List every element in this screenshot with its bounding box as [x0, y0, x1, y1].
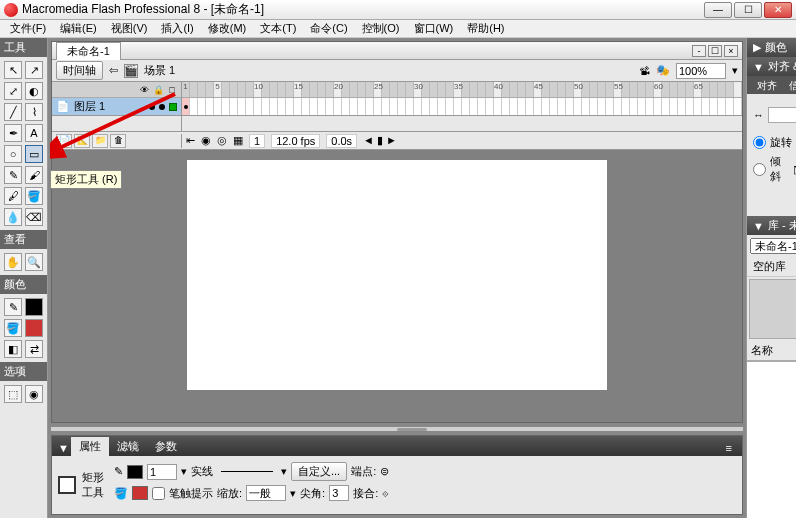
menu-help[interactable]: 帮助(H): [461, 20, 510, 37]
scale-dropdown-icon[interactable]: ▾: [290, 487, 296, 500]
style-dropdown-icon[interactable]: ▾: [281, 465, 287, 478]
skew-radio[interactable]: [753, 163, 766, 176]
miter-input[interactable]: [329, 485, 349, 501]
layer-row[interactable]: 📄 图层 1: [52, 98, 181, 116]
round-rect-option[interactable]: ◉: [25, 385, 43, 403]
text-tool[interactable]: A: [25, 124, 43, 142]
fill-color[interactable]: 🪣: [4, 319, 22, 337]
back-button[interactable]: ⇦: [109, 64, 118, 77]
menu-commands[interactable]: 命令(C): [304, 20, 353, 37]
props-menu-icon[interactable]: ≡: [720, 440, 738, 456]
new-layer-button[interactable]: 📄: [56, 134, 72, 148]
lock-icon[interactable]: 🔒: [153, 85, 163, 95]
custom-button[interactable]: 自定义...: [291, 462, 347, 481]
panel-collapse-icon[interactable]: ▼: [56, 440, 71, 456]
zoom-tool[interactable]: 🔍: [25, 253, 43, 271]
fill-swatch[interactable]: [25, 319, 43, 337]
collapse-icon[interactable]: ▼: [753, 220, 764, 232]
stage[interactable]: [187, 160, 607, 390]
pen-tool[interactable]: ✒: [4, 124, 22, 142]
edit-scene-icon[interactable]: 📽: [639, 65, 650, 77]
eyedropper-tool[interactable]: 💧: [4, 208, 22, 226]
rectangle-tool[interactable]: ▭: [25, 145, 43, 163]
menu-insert[interactable]: 插入(I): [155, 20, 199, 37]
onion-outline-icon[interactable]: ◎: [217, 134, 227, 147]
rotate-radio[interactable]: [753, 136, 766, 149]
brush-tool[interactable]: 🖌: [25, 166, 43, 184]
menu-edit[interactable]: 编辑(E): [54, 20, 103, 37]
free-transform-tool[interactable]: ⤢: [4, 82, 22, 100]
timeline-scroll[interactable]: ◄ ▮ ►: [363, 134, 397, 147]
close-button[interactable]: ✕: [764, 2, 792, 18]
doc-minimize[interactable]: -: [692, 45, 706, 57]
snap-option[interactable]: ⬚: [4, 385, 22, 403]
lasso-tool[interactable]: ⌇: [25, 103, 43, 121]
center-frame-icon[interactable]: ⇤: [186, 134, 195, 147]
stroke-color[interactable]: ✎: [4, 298, 22, 316]
pencil-tool[interactable]: ✎: [4, 166, 22, 184]
cap-icon[interactable]: ⊜: [380, 465, 389, 478]
properties-tab[interactable]: 属性: [71, 437, 109, 456]
pen-hint-checkbox[interactable]: [152, 487, 165, 500]
ink-bottle-tool[interactable]: 🖋: [4, 187, 22, 205]
frame-ruler[interactable]: 15101520253035404550556065: [182, 82, 742, 98]
line-tool[interactable]: ╱: [4, 103, 22, 121]
menu-window[interactable]: 窗口(W): [408, 20, 460, 37]
filters-tab[interactable]: 滤镜: [109, 437, 147, 456]
collapse-icon[interactable]: ▼: [753, 61, 764, 73]
layer-lock-dot[interactable]: [159, 104, 165, 110]
onion-skin-icon[interactable]: ◉: [201, 134, 211, 147]
edit-symbol-icon[interactable]: 🎭: [656, 64, 670, 77]
oval-tool[interactable]: ○: [4, 145, 22, 163]
align-tab[interactable]: 对齐: [751, 78, 783, 94]
doc-restore[interactable]: ☐: [708, 45, 722, 57]
paint-bucket-tool[interactable]: 🪣: [25, 187, 43, 205]
stroke-swatch-prop[interactable]: [127, 465, 143, 479]
menu-text[interactable]: 文本(T): [254, 20, 302, 37]
timeline-button[interactable]: 时间轴: [56, 61, 103, 80]
eye-icon[interactable]: 👁: [139, 85, 149, 95]
zoom-dropdown-icon[interactable]: ▾: [732, 64, 738, 77]
stroke-dropdown-icon[interactable]: ▾: [181, 465, 187, 478]
stroke-width-input[interactable]: [147, 464, 177, 480]
info-tab[interactable]: 信息: [783, 78, 796, 94]
frames-track[interactable]: [182, 98, 742, 116]
collapse-icon[interactable]: ▶: [753, 41, 761, 54]
minimize-button[interactable]: —: [704, 2, 732, 18]
menu-modify[interactable]: 修改(M): [202, 20, 253, 37]
hand-tool[interactable]: ✋: [4, 253, 22, 271]
bw-button[interactable]: ◧: [4, 340, 22, 358]
delete-layer-button[interactable]: 🗑: [110, 134, 126, 148]
params-tab[interactable]: 参数: [147, 437, 185, 456]
doc-close[interactable]: ×: [724, 45, 738, 57]
maximize-button[interactable]: ☐: [734, 2, 762, 18]
menu-view[interactable]: 视图(V): [105, 20, 154, 37]
transform-body: ↔ ↕ 约束 旋转 ⟳ 倾斜 ⬔ ⬕ ⎘ ↺: [747, 94, 796, 216]
subselection-tool[interactable]: ↗: [25, 61, 43, 79]
scale-input[interactable]: [246, 485, 286, 501]
join-icon[interactable]: ⟐: [382, 487, 389, 499]
layer-visible-dot[interactable]: [149, 104, 155, 110]
outline-icon[interactable]: □: [167, 85, 177, 95]
menu-file[interactable]: 文件(F): [4, 20, 52, 37]
new-folder-button[interactable]: 📁: [92, 134, 108, 148]
layer-outline-box[interactable]: [169, 103, 177, 111]
swap-colors[interactable]: ⇄: [25, 340, 43, 358]
eraser-tool[interactable]: ⌫: [25, 208, 43, 226]
stroke-preview: [221, 471, 273, 472]
selection-tool[interactable]: ↖: [4, 61, 22, 79]
fill-swatch-prop[interactable]: [132, 486, 148, 500]
gradient-tool[interactable]: ◐: [25, 82, 43, 100]
document-tab[interactable]: 未命名-1: [56, 42, 121, 60]
tool-name-label: 矩形 工具: [82, 470, 104, 500]
zoom-input[interactable]: [676, 63, 726, 79]
multi-frame-icon[interactable]: ▦: [233, 134, 243, 147]
name-column[interactable]: 名称: [747, 341, 796, 360]
horizontal-splitter[interactable]: [51, 426, 743, 432]
new-guide-button[interactable]: 📐: [74, 134, 90, 148]
width-input[interactable]: [768, 107, 796, 123]
library-list[interactable]: [747, 361, 796, 518]
menu-control[interactable]: 控制(O): [356, 20, 406, 37]
stroke-swatch[interactable]: [25, 298, 43, 316]
library-doc-select[interactable]: 未命名-1: [750, 238, 796, 254]
